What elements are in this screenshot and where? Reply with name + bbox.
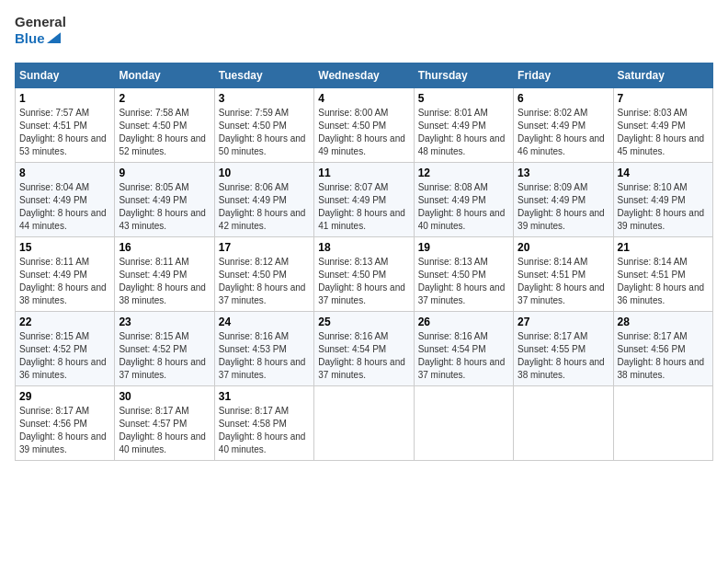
calendar-cell: 16 Sunrise: 8:11 AM Sunset: 4:49 PM Dayl… bbox=[115, 237, 214, 312]
day-details: Sunrise: 8:11 AM Sunset: 4:49 PM Dayligh… bbox=[119, 256, 210, 307]
day-number: 3 bbox=[219, 92, 310, 105]
calendar-cell: 6 Sunrise: 8:02 AM Sunset: 4:49 PM Dayli… bbox=[514, 88, 613, 163]
logo: General Blue bbox=[15, 15, 61, 53]
day-number: 31 bbox=[219, 390, 310, 403]
calendar-table: SundayMondayTuesdayWednesdayThursdayFrid… bbox=[15, 63, 713, 461]
col-header-saturday: Saturday bbox=[613, 63, 712, 88]
header: General Blue bbox=[15, 15, 713, 53]
day-details: Sunrise: 8:11 AM Sunset: 4:49 PM Dayligh… bbox=[19, 256, 110, 307]
day-number: 21 bbox=[618, 241, 709, 254]
day-number: 9 bbox=[119, 167, 210, 179]
week-row-1: 1 Sunrise: 7:57 AM Sunset: 4:51 PM Dayli… bbox=[16, 88, 713, 163]
calendar-cell bbox=[414, 386, 513, 461]
day-number: 27 bbox=[518, 316, 609, 328]
calendar-cell: 1 Sunrise: 7:57 AM Sunset: 4:51 PM Dayli… bbox=[16, 88, 115, 163]
day-number: 8 bbox=[19, 167, 110, 179]
calendar-cell bbox=[514, 386, 613, 461]
calendar-cell: 8 Sunrise: 8:04 AM Sunset: 4:49 PM Dayli… bbox=[16, 163, 115, 237]
day-details: Sunrise: 8:09 AM Sunset: 4:49 PM Dayligh… bbox=[518, 181, 609, 233]
calendar-cell: 20 Sunrise: 8:14 AM Sunset: 4:51 PM Dayl… bbox=[514, 237, 613, 312]
day-number: 26 bbox=[418, 316, 509, 328]
calendar-cell: 7 Sunrise: 8:03 AM Sunset: 4:49 PM Dayli… bbox=[613, 88, 712, 163]
day-details: Sunrise: 8:07 AM Sunset: 4:49 PM Dayligh… bbox=[318, 181, 409, 233]
day-number: 4 bbox=[318, 92, 409, 105]
logo-graphic: General Blue bbox=[15, 15, 61, 53]
col-header-tuesday: Tuesday bbox=[214, 63, 313, 88]
logo-container: General Blue bbox=[15, 15, 61, 53]
calendar-cell: 30 Sunrise: 8:17 AM Sunset: 4:57 PM Dayl… bbox=[115, 386, 214, 461]
day-number: 7 bbox=[618, 92, 709, 105]
svg-marker-0 bbox=[47, 32, 61, 43]
calendar-cell: 19 Sunrise: 8:13 AM Sunset: 4:50 PM Dayl… bbox=[414, 237, 513, 312]
col-header-monday: Monday bbox=[115, 63, 214, 88]
day-number: 16 bbox=[119, 241, 210, 254]
calendar-cell: 11 Sunrise: 8:07 AM Sunset: 4:49 PM Dayl… bbox=[314, 163, 414, 237]
day-details: Sunrise: 8:10 AM Sunset: 4:49 PM Dayligh… bbox=[618, 181, 709, 233]
day-details: Sunrise: 8:12 AM Sunset: 4:50 PM Dayligh… bbox=[219, 256, 310, 307]
day-details: Sunrise: 8:17 AM Sunset: 4:57 PM Dayligh… bbox=[119, 405, 210, 456]
col-header-friday: Friday bbox=[514, 63, 613, 88]
day-number: 14 bbox=[618, 167, 709, 179]
day-details: Sunrise: 8:01 AM Sunset: 4:49 PM Dayligh… bbox=[418, 107, 509, 158]
day-details: Sunrise: 8:13 AM Sunset: 4:50 PM Dayligh… bbox=[318, 256, 409, 307]
day-details: Sunrise: 7:59 AM Sunset: 4:50 PM Dayligh… bbox=[219, 107, 310, 158]
day-details: Sunrise: 8:16 AM Sunset: 4:54 PM Dayligh… bbox=[418, 330, 509, 382]
calendar-cell: 21 Sunrise: 8:14 AM Sunset: 4:51 PM Dayl… bbox=[613, 237, 712, 312]
day-number: 30 bbox=[119, 390, 210, 403]
day-number: 24 bbox=[219, 316, 310, 328]
logo-general: General bbox=[15, 15, 61, 30]
header-row: SundayMondayTuesdayWednesdayThursdayFrid… bbox=[16, 63, 713, 88]
day-details: Sunrise: 8:15 AM Sunset: 4:52 PM Dayligh… bbox=[119, 330, 210, 382]
day-number: 12 bbox=[418, 167, 509, 179]
week-row-5: 29 Sunrise: 8:17 AM Sunset: 4:56 PM Dayl… bbox=[16, 386, 713, 461]
day-details: Sunrise: 8:14 AM Sunset: 4:51 PM Dayligh… bbox=[618, 256, 709, 307]
calendar-cell: 26 Sunrise: 8:16 AM Sunset: 4:54 PM Dayl… bbox=[414, 312, 513, 386]
calendar-cell: 14 Sunrise: 8:10 AM Sunset: 4:49 PM Dayl… bbox=[613, 163, 712, 237]
calendar-cell: 28 Sunrise: 8:17 AM Sunset: 4:56 PM Dayl… bbox=[613, 312, 712, 386]
day-details: Sunrise: 7:58 AM Sunset: 4:50 PM Dayligh… bbox=[119, 107, 210, 158]
calendar-cell: 12 Sunrise: 8:08 AM Sunset: 4:49 PM Dayl… bbox=[414, 163, 513, 237]
day-number: 5 bbox=[418, 92, 509, 105]
day-number: 2 bbox=[119, 92, 210, 105]
day-details: Sunrise: 8:17 AM Sunset: 4:56 PM Dayligh… bbox=[618, 330, 709, 382]
day-details: Sunrise: 8:16 AM Sunset: 4:53 PM Dayligh… bbox=[219, 330, 310, 382]
day-number: 6 bbox=[518, 92, 609, 105]
logo-bird-icon bbox=[47, 31, 61, 44]
day-number: 20 bbox=[518, 241, 609, 254]
day-number: 1 bbox=[19, 92, 110, 105]
calendar-cell: 22 Sunrise: 8:15 AM Sunset: 4:52 PM Dayl… bbox=[16, 312, 115, 386]
col-header-sunday: Sunday bbox=[16, 63, 115, 88]
day-number: 28 bbox=[618, 316, 709, 328]
day-details: Sunrise: 8:02 AM Sunset: 4:49 PM Dayligh… bbox=[518, 107, 609, 158]
day-details: Sunrise: 8:08 AM Sunset: 4:49 PM Dayligh… bbox=[418, 181, 509, 233]
day-number: 25 bbox=[318, 316, 409, 328]
calendar-cell: 4 Sunrise: 8:00 AM Sunset: 4:50 PM Dayli… bbox=[314, 88, 414, 163]
day-details: Sunrise: 7:57 AM Sunset: 4:51 PM Dayligh… bbox=[19, 107, 110, 158]
calendar-cell: 18 Sunrise: 8:13 AM Sunset: 4:50 PM Dayl… bbox=[314, 237, 414, 312]
day-details: Sunrise: 8:06 AM Sunset: 4:49 PM Dayligh… bbox=[219, 181, 310, 233]
day-number: 11 bbox=[318, 167, 409, 179]
calendar-cell: 24 Sunrise: 8:16 AM Sunset: 4:53 PM Dayl… bbox=[214, 312, 313, 386]
day-details: Sunrise: 8:13 AM Sunset: 4:50 PM Dayligh… bbox=[418, 256, 509, 307]
calendar-cell: 5 Sunrise: 8:01 AM Sunset: 4:49 PM Dayli… bbox=[414, 88, 513, 163]
day-number: 29 bbox=[19, 390, 110, 403]
week-row-3: 15 Sunrise: 8:11 AM Sunset: 4:49 PM Dayl… bbox=[16, 237, 713, 312]
day-details: Sunrise: 8:03 AM Sunset: 4:49 PM Dayligh… bbox=[618, 107, 709, 158]
week-row-2: 8 Sunrise: 8:04 AM Sunset: 4:49 PM Dayli… bbox=[16, 163, 713, 237]
calendar-cell: 31 Sunrise: 8:17 AM Sunset: 4:58 PM Dayl… bbox=[214, 386, 313, 461]
day-details: Sunrise: 8:17 AM Sunset: 4:55 PM Dayligh… bbox=[518, 330, 609, 382]
week-row-4: 22 Sunrise: 8:15 AM Sunset: 4:52 PM Dayl… bbox=[16, 312, 713, 386]
day-details: Sunrise: 8:16 AM Sunset: 4:54 PM Dayligh… bbox=[318, 330, 409, 382]
calendar-cell: 9 Sunrise: 8:05 AM Sunset: 4:49 PM Dayli… bbox=[115, 163, 214, 237]
calendar-cell bbox=[314, 386, 414, 461]
calendar-cell: 25 Sunrise: 8:16 AM Sunset: 4:54 PM Dayl… bbox=[314, 312, 414, 386]
calendar-cell: 15 Sunrise: 8:11 AM Sunset: 4:49 PM Dayl… bbox=[16, 237, 115, 312]
day-details: Sunrise: 8:00 AM Sunset: 4:50 PM Dayligh… bbox=[318, 107, 409, 158]
day-number: 17 bbox=[219, 241, 310, 254]
logo-blue: Blue bbox=[15, 30, 45, 46]
calendar-cell: 23 Sunrise: 8:15 AM Sunset: 4:52 PM Dayl… bbox=[115, 312, 214, 386]
day-details: Sunrise: 8:15 AM Sunset: 4:52 PM Dayligh… bbox=[19, 330, 110, 382]
day-details: Sunrise: 8:17 AM Sunset: 4:58 PM Dayligh… bbox=[219, 405, 310, 456]
day-number: 13 bbox=[518, 167, 609, 179]
calendar-cell: 17 Sunrise: 8:12 AM Sunset: 4:50 PM Dayl… bbox=[214, 237, 313, 312]
